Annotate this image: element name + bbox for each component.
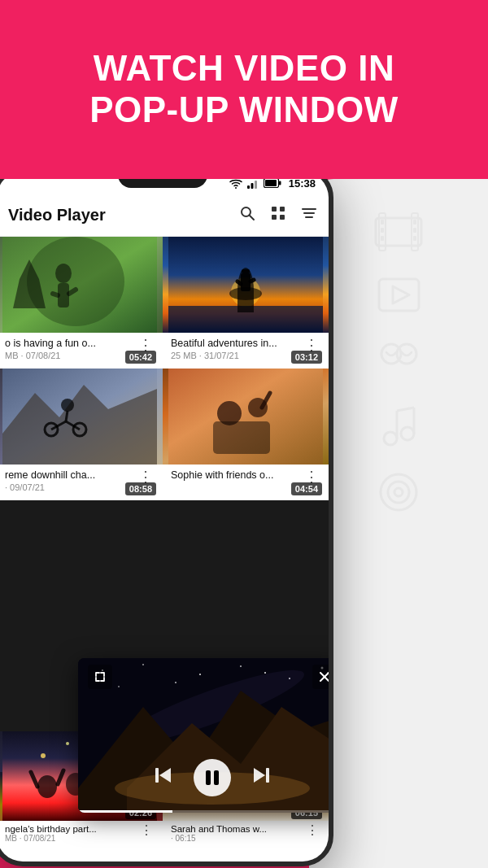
video-meta-3: · 09/07/21 — [5, 482, 137, 492]
svg-point-19 — [388, 482, 409, 503]
svg-rect-6 — [413, 220, 416, 225]
svg-rect-46 — [242, 269, 250, 273]
svg-point-18 — [381, 474, 416, 510]
svg-line-59 — [66, 411, 68, 421]
svg-rect-47 — [241, 273, 251, 291]
svg-point-20 — [394, 488, 403, 496]
svg-rect-33 — [272, 215, 277, 220]
bottom-meta-1: MB · 07/08/21 — [5, 834, 97, 843]
video-title-3: reme downhill cha... — [5, 469, 127, 481]
video-item-1[interactable]: 05:42 o is having a fun o... MB · 07/08/… — [0, 237, 163, 369]
popup-top-bar — [88, 665, 333, 689]
svg-rect-9 — [379, 279, 419, 311]
svg-rect-98 — [206, 770, 211, 785]
video-item-3[interactable]: 08:58 reme downhill cha... · 09/07/21 ⋮ — [0, 369, 163, 500]
svg-marker-100 — [254, 768, 265, 783]
popup-video-background — [78, 658, 333, 813]
video-meta-1: MB · 07/08/21 — [5, 351, 137, 360]
bottom-more-btn-2[interactable]: ⋮ — [304, 824, 320, 837]
svg-marker-96 — [159, 768, 171, 783]
svg-point-13 — [384, 432, 397, 445]
hero-section: WATCH VIDEO IN POP-UP WINDOW — [0, 0, 488, 179]
svg-marker-10 — [393, 286, 409, 303]
status-bar-icons: 15:38 — [229, 179, 316, 190]
bottom-title-1: ngela's birthday part... — [5, 824, 97, 834]
popup-close-button[interactable] — [312, 665, 333, 689]
video-item-4[interactable]: 04:54 Sophie with friends o... ⋮ — [163, 369, 329, 500]
filter-icon[interactable] — [301, 205, 317, 225]
phone-frame: 15:38 Video Player — [0, 179, 333, 866]
video-thumbnail-3 — [0, 369, 163, 465]
sound-deco-icon — [377, 472, 421, 513]
svg-rect-34 — [280, 215, 285, 220]
video-text-2: Beatiful adventures in... 25 MB · 31/07/… — [171, 338, 303, 360]
svg-point-50 — [229, 287, 262, 300]
popup-next-button[interactable] — [251, 765, 272, 791]
svg-line-49 — [251, 280, 254, 281]
popup-progress-fill — [78, 810, 172, 813]
video-text-3: reme downhill cha... · 09/07/21 — [5, 469, 137, 492]
video-meta-2: 25 MB · 31/07/21 — [171, 351, 303, 360]
popup-expand-button[interactable] — [88, 665, 112, 689]
duration-badge-3: 08:58 — [125, 482, 156, 495]
svg-rect-51 — [168, 306, 323, 333]
svg-point-39 — [27, 237, 124, 326]
svg-point-14 — [401, 427, 414, 440]
app-header: Video Player — [0, 194, 329, 237]
video-title-1: o is having a fun o... — [5, 338, 127, 349]
video-title-4: Sophie with friends o... — [171, 469, 293, 481]
signal-icon — [246, 179, 259, 189]
svg-line-17 — [397, 408, 414, 411]
battery-icon — [264, 179, 281, 188]
svg-rect-5 — [381, 236, 384, 241]
svg-rect-22 — [247, 185, 250, 189]
svg-rect-7 — [413, 228, 416, 233]
svg-line-30 — [250, 216, 255, 220]
video-thumbnail-2 — [163, 237, 329, 333]
svg-rect-23 — [251, 183, 253, 189]
svg-point-66 — [41, 753, 46, 758]
duration-badge-2: 03:12 — [291, 351, 322, 364]
svg-rect-97 — [155, 768, 159, 783]
duration-badge-1: 05:42 — [125, 351, 156, 364]
popup-playback-controls — [88, 759, 333, 796]
header-icons — [239, 205, 317, 225]
svg-line-42 — [53, 294, 58, 295]
svg-rect-27 — [265, 180, 277, 186]
bottom-more-btn-1[interactable]: ⋮ — [138, 824, 155, 837]
popup-pause-button[interactable] — [194, 759, 231, 796]
svg-rect-28 — [279, 181, 281, 185]
popup-progress-bar[interactable] — [78, 810, 333, 813]
svg-line-48 — [237, 281, 241, 284]
wifi-icon — [229, 179, 242, 189]
play-box-deco-icon — [377, 277, 421, 313]
svg-point-54 — [61, 399, 74, 412]
svg-point-68 — [66, 742, 69, 745]
notch — [118, 179, 207, 188]
video-text-4: Sophie with friends o... — [171, 469, 303, 482]
svg-rect-8 — [413, 236, 416, 241]
svg-rect-31 — [272, 207, 277, 212]
svg-point-40 — [55, 264, 72, 283]
svg-rect-24 — [255, 181, 257, 189]
bottom-title-2: Sarah and Thomas w... — [171, 824, 267, 834]
status-time: 15:38 — [289, 179, 316, 190]
svg-rect-63 — [213, 421, 270, 454]
hero-title: WATCH VIDEO IN POP-UP WINDOW — [89, 48, 399, 130]
search-icon[interactable] — [239, 205, 255, 225]
popup-prev-button[interactable] — [153, 765, 174, 791]
video-item-2[interactable]: 03:12 Beatiful adventures in... 25 MB · … — [163, 237, 329, 369]
app-title: Video Player — [8, 206, 239, 225]
svg-rect-99 — [214, 770, 219, 785]
music-note-deco-icon — [381, 403, 417, 447]
bottom-info-2: Sarah and Thomas w... · 06:15 ⋮ — [163, 821, 329, 846]
video-text-1: o is having a fun o... MB · 07/08/21 — [5, 338, 137, 360]
svg-rect-32 — [280, 207, 285, 212]
theater-deco-icon — [377, 338, 421, 378]
grid-icon[interactable] — [270, 205, 286, 225]
svg-point-21 — [235, 187, 237, 189]
video-title-2: Beatiful adventures in... — [171, 338, 293, 349]
svg-rect-101 — [266, 768, 269, 783]
popup-player — [78, 658, 333, 813]
video-thumbnail-4 — [163, 369, 329, 465]
